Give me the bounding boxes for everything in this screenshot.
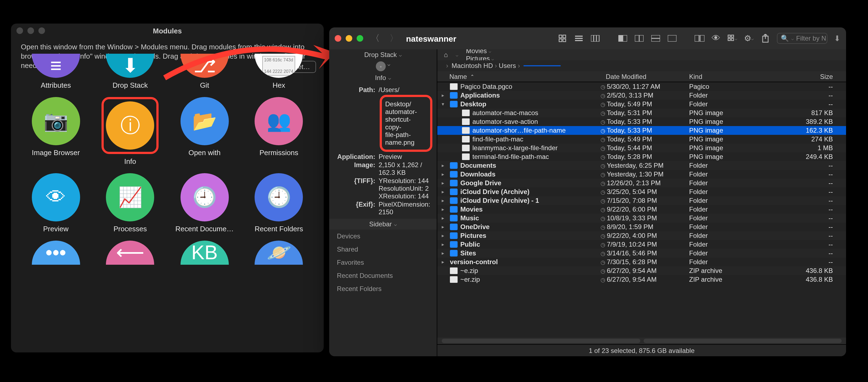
sidebar-group[interactable]: Favorites bbox=[329, 256, 437, 269]
actions-icon[interactable]: ⚙⌵ bbox=[744, 35, 754, 42]
share-icon[interactable] bbox=[761, 35, 770, 42]
file-row[interactable]: leanmymac-x-large-file-finder◷Today, 5:4… bbox=[437, 144, 846, 152]
path-user-redacted[interactable] bbox=[523, 65, 560, 66]
module-tile[interactable]: ⓘInfo bbox=[93, 97, 167, 166]
file-row[interactable]: ▸iCloud Drive (Archive)◷3/25/20, 5:04 PM… bbox=[437, 187, 846, 196]
file-row[interactable]: ~er.zip◷6/27/20, 9:54 AMZIP archive436.8… bbox=[437, 275, 846, 284]
module-tile[interactable]: ≡Attributes bbox=[19, 54, 93, 89]
file-name: iCloud Drive (Archive) bbox=[460, 188, 529, 196]
module-tile[interactable]: ⬇Drop Stack bbox=[93, 54, 167, 89]
file-row[interactable]: ▸Music◷10/8/19, 3:33 PMFolder-- bbox=[437, 214, 846, 222]
dual-pane-icon[interactable] bbox=[694, 35, 705, 42]
search-field[interactable]: 🔍⌵Filter by N bbox=[777, 33, 828, 44]
module-tile[interactable]: 🕘Recent Docume… bbox=[167, 173, 242, 233]
file-row[interactable]: ▸Downloads◷Yesterday, 1:30 PMFolder-- bbox=[437, 170, 846, 179]
finder-toolbar: 〈 〉 nateswanner 👁 ⌵ ⚙⌵ 🔍⌵Filter by N bbox=[329, 27, 846, 49]
disclosure-icon[interactable]: ▸ bbox=[442, 233, 447, 238]
file-row[interactable]: find-file-path-mac◷Today, 5:49 PMPNG ima… bbox=[437, 135, 846, 144]
icon-view-button[interactable] bbox=[557, 35, 567, 42]
file-row[interactable]: ▸Google Drive◷12/26/20, 2:13 PMFolder-- bbox=[437, 179, 846, 187]
info-header[interactable]: Info⌵ bbox=[329, 72, 437, 83]
file-row[interactable]: ▸version-control◷7/30/15, 6:28 PMFolder-… bbox=[437, 257, 846, 266]
clock-icon: ◷ bbox=[599, 136, 607, 142]
grid-menu-icon[interactable]: ⌵ bbox=[727, 35, 737, 42]
list-view-button[interactable] bbox=[574, 35, 584, 42]
traffic-lights[interactable] bbox=[17, 27, 45, 34]
disclosure-icon[interactable]: ▸ bbox=[442, 207, 447, 212]
sidebar-group[interactable]: Shared bbox=[329, 243, 437, 256]
module-tile[interactable]: ••• bbox=[19, 241, 93, 268]
disclosure-icon[interactable]: ▸ bbox=[442, 93, 447, 98]
file-row[interactable]: ▸Documents◷Yesterday, 6:25 PMFolder-- bbox=[437, 161, 846, 170]
split-2-icon[interactable] bbox=[634, 35, 644, 42]
file-date: Today, 5:49 PM bbox=[607, 100, 689, 108]
sidebar-header[interactable]: Sidebar⌵ bbox=[329, 219, 437, 230]
nav-back-icon[interactable]: 〈 bbox=[369, 33, 382, 44]
file-row[interactable]: ▸Public◷7/9/19, 10:24 PMFolder-- bbox=[437, 240, 846, 249]
file-row[interactable]: ▸Movies◷9/22/20, 6:00 PMFolder-- bbox=[437, 205, 846, 214]
path-segment[interactable]: Users bbox=[499, 62, 516, 70]
split-3-icon[interactable] bbox=[651, 35, 660, 42]
file-row[interactable]: ▸iCloud Drive (Archive) - 1◷7/15/20, 7:0… bbox=[437, 196, 846, 205]
col-size[interactable]: Size bbox=[789, 73, 846, 80]
disclosure-icon[interactable]: ▸ bbox=[442, 180, 447, 186]
document-icon bbox=[450, 276, 458, 283]
file-row[interactable]: ▸Applications◷2/5/20, 3:13 PMFolder-- bbox=[437, 91, 846, 100]
module-tile[interactable]: ⎇Git bbox=[167, 54, 242, 89]
nav-forward-icon[interactable]: 〉 bbox=[388, 33, 401, 44]
disclosure-icon[interactable]: ▸ bbox=[442, 172, 447, 177]
module-tile[interactable]: KB bbox=[167, 241, 242, 268]
module-tile[interactable]: ⟵ bbox=[93, 241, 167, 268]
module-tile[interactable]: 👁Preview bbox=[19, 173, 93, 233]
module-tile[interactable]: 📂Open with bbox=[167, 97, 242, 166]
file-row[interactable]: terminal-find-file-path-mac◷Today, 5:28 … bbox=[437, 152, 846, 161]
traffic-lights[interactable] bbox=[335, 35, 363, 42]
home-icon[interactable]: ⌂ bbox=[444, 51, 448, 59]
file-kind: ZIP archive bbox=[689, 276, 789, 283]
file-row[interactable]: Pagico Data.pgco◷5/30/20, 11:27 AMPagico… bbox=[437, 82, 846, 91]
module-tile[interactable]: 🕘Recent Folders bbox=[242, 173, 316, 233]
file-kind: Folder bbox=[689, 162, 789, 169]
disclosure-icon[interactable]: ▸ bbox=[442, 189, 447, 195]
disclosure-icon[interactable]: ▸ bbox=[442, 242, 447, 247]
module-tile[interactable]: 🪐 bbox=[242, 241, 316, 268]
col-date[interactable]: Date Modified bbox=[606, 73, 689, 80]
file-row[interactable]: ▸Sites◷3/14/16, 5:46 PMFolder-- bbox=[437, 249, 846, 257]
disclosure-icon[interactable]: ▾ bbox=[442, 101, 447, 107]
file-kind: Folder bbox=[689, 214, 789, 222]
sidebar-group[interactable]: Recent Documents bbox=[329, 269, 437, 282]
sidebar-group[interactable]: Recent Folders bbox=[329, 282, 437, 296]
disclosure-icon[interactable]: ▸ bbox=[442, 198, 447, 203]
module-tile[interactable]: 📈Processes bbox=[93, 173, 167, 233]
disclosure-icon[interactable]: ▸ bbox=[442, 215, 447, 221]
col-kind[interactable]: Kind bbox=[689, 73, 789, 80]
quicklook-icon[interactable]: 👁 bbox=[711, 35, 721, 42]
split-1-icon[interactable] bbox=[618, 35, 628, 42]
sidebar-group[interactable]: Devices bbox=[329, 230, 437, 243]
module-tile[interactable]: 👥Permissions bbox=[242, 97, 316, 166]
disclosure-icon[interactable]: ▸ bbox=[442, 250, 447, 256]
file-row[interactable]: ▸Pictures◷9/22/20, 4:00 PMFolder-- bbox=[437, 231, 846, 240]
drop-stack-header[interactable]: Drop Stack⌵ bbox=[329, 49, 437, 60]
module-tile[interactable]: 📷Image Browser bbox=[19, 97, 93, 166]
disclosure-icon[interactable]: ▸ bbox=[442, 259, 447, 265]
download-icon[interactable]: ⬇ bbox=[834, 34, 841, 43]
file-row[interactable]: automator-save-action◷Today, 5:33 PMPNG … bbox=[437, 117, 846, 126]
file-row[interactable]: ▾Desktop◷Today, 5:49 PMFolder-- bbox=[437, 100, 846, 108]
col-name[interactable]: Name⌃ bbox=[437, 73, 606, 80]
clock-icon: ◷ bbox=[599, 233, 607, 239]
path-segment[interactable]: Macintosh HD bbox=[452, 62, 493, 70]
split-4-icon[interactable] bbox=[667, 35, 677, 42]
h-scrollbar-2[interactable] bbox=[643, 339, 842, 343]
column-view-button[interactable] bbox=[590, 35, 600, 42]
file-row[interactable]: ▸OneDrive◷8/9/20, 1:59 PMFolder-- bbox=[437, 222, 846, 231]
file-row[interactable]: ~e.zip◷6/27/20, 9:54 AMZIP archive436.8 … bbox=[437, 266, 846, 275]
file-row[interactable]: automator-mac-macos◷Today, 5:31 PMPNG im… bbox=[437, 108, 846, 117]
file-list[interactable]: Pagico Data.pgco◷5/30/20, 11:27 AMPagico… bbox=[437, 82, 846, 338]
file-row[interactable]: automator-shor…file-path-name◷Today, 5:3… bbox=[437, 126, 846, 135]
tag-icon[interactable]: ◦ bbox=[376, 61, 386, 71]
disclosure-icon[interactable]: ▸ bbox=[442, 224, 447, 230]
h-scrollbar[interactable] bbox=[442, 339, 640, 343]
disclosure-icon[interactable]: ▸ bbox=[442, 163, 447, 168]
clock-icon: ◷ bbox=[599, 180, 607, 186]
